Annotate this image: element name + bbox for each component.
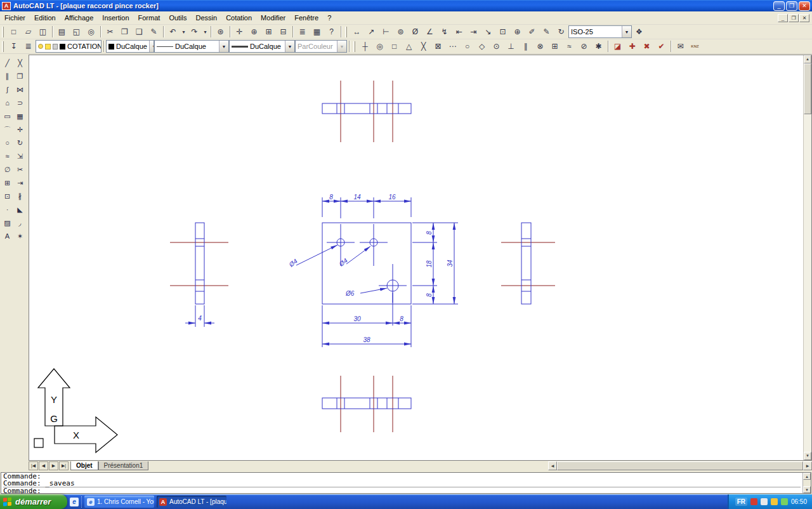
dimension-update-icon[interactable]: ↻: [554, 25, 568, 39]
language-indicator[interactable]: FR: [735, 498, 747, 506]
properties-icon[interactable]: ≣: [295, 25, 310, 39]
make-block-icon[interactable]: ⊡: [1, 190, 13, 202]
layers-icon[interactable]: ≣: [21, 40, 36, 53]
command-window[interactable]: Commande:Commande: _saveasCommande: ▲ ▼: [1, 472, 811, 494]
command-scrollbar[interactable]: ▲ ▼: [802, 473, 811, 493]
extend-icon[interactable]: ⇥: [14, 176, 26, 189]
radius-dimension-icon[interactable]: ⊚: [393, 25, 408, 39]
tray-icon-1[interactable]: [750, 498, 757, 505]
spline-icon[interactable]: ≈: [1, 150, 13, 162]
menu-item[interactable]: Dessin: [192, 13, 222, 23]
snap-insert-icon[interactable]: ⊞: [547, 40, 562, 53]
tab-model[interactable]: Objet: [70, 461, 98, 470]
snap-parallel-icon[interactable]: ∥: [518, 40, 533, 53]
cut-icon[interactable]: ✂: [103, 25, 117, 39]
center-mark-icon[interactable]: ⊕: [510, 25, 525, 39]
linear-dimension-icon[interactable]: ↔: [350, 25, 364, 39]
tab-prev-button[interactable]: ◀: [39, 461, 48, 470]
mdi-close-button[interactable]: ✕: [799, 14, 809, 22]
tray-icon-3[interactable]: [771, 498, 778, 505]
taskbar-task-autocad[interactable]: A AutoCAD LT - [plaque...: [157, 496, 226, 508]
snap-apparent-intersection-icon[interactable]: ⊠: [431, 40, 445, 53]
new-icon[interactable]: □: [6, 25, 21, 39]
mdi-minimize-button[interactable]: _: [778, 14, 788, 22]
angular-dimension-icon[interactable]: ∠: [422, 25, 437, 39]
save-icon[interactable]: ◫: [36, 25, 50, 39]
scroll-right-button[interactable]: ▶: [803, 461, 812, 470]
dimension-style-icon[interactable]: ❖: [632, 25, 646, 39]
horizontal-scrollbar[interactable]: ◀ ▶: [548, 461, 812, 470]
dimension-style-combo[interactable]: ISO-25 ▼: [568, 25, 632, 38]
osnap-settings-icon[interactable]: ✱: [591, 40, 606, 53]
print-icon[interactable]: ▤: [55, 25, 69, 39]
zoom-realtime-icon[interactable]: ⊕: [247, 25, 261, 39]
ordinate-dimension-icon[interactable]: ⊢: [379, 25, 393, 39]
snap-extension-icon[interactable]: ⋯: [445, 40, 460, 53]
insert-hyperlink-icon[interactable]: ⊛: [213, 25, 228, 39]
scrollbar-thumb[interactable]: [557, 461, 803, 470]
tab-next-button[interactable]: ▶: [49, 461, 58, 470]
menu-item[interactable]: Affichage: [60, 13, 98, 23]
snap-midpoint-icon[interactable]: △: [402, 40, 416, 53]
tab-last-button[interactable]: ▶|: [59, 461, 69, 470]
snap-node-icon[interactable]: ⊗: [533, 40, 547, 53]
tolerance-icon[interactable]: ⊡: [495, 25, 510, 39]
menu-item[interactable]: Fichier: [0, 13, 30, 23]
scroll-up-button[interactable]: ▲: [804, 55, 811, 63]
erase-icon[interactable]: ╳: [14, 56, 26, 69]
refset-add-icon[interactable]: ✚: [625, 40, 639, 53]
make-object-layer-current-icon[interactable]: ↧: [6, 40, 21, 53]
model-space[interactable]: 4: [29, 55, 803, 460]
designcenter-icon[interactable]: ▦: [310, 25, 324, 39]
diameter-dimension-icon[interactable]: Ø: [408, 25, 422, 39]
scroll-down-button[interactable]: ▼: [803, 486, 811, 493]
refset-remove-icon[interactable]: ✖: [639, 40, 654, 53]
pan-realtime-icon[interactable]: ✛: [232, 25, 247, 39]
tray-icon-2[interactable]: [761, 498, 768, 505]
menu-item[interactable]: ?: [323, 13, 336, 23]
layer-combo[interactable]: COTATION ▼: [36, 40, 102, 53]
menu-item[interactable]: Outils: [164, 13, 191, 23]
continue-dimension-icon[interactable]: ⇥: [466, 25, 481, 39]
zoom-window-icon[interactable]: ⊞: [261, 25, 276, 39]
dropdown-arrow-icon[interactable]: ▼: [285, 41, 294, 52]
toolbar-grip[interactable]: [345, 27, 347, 37]
vertical-scrollbar[interactable]: ▲ ▼: [803, 55, 811, 460]
dropdown-arrow-icon[interactable]: ▼: [622, 26, 631, 37]
scrollbar-track[interactable]: [557, 461, 803, 470]
help-icon[interactable]: ?: [324, 25, 339, 39]
copy-icon[interactable]: ❐: [117, 25, 132, 39]
scroll-up-button[interactable]: ▲: [803, 473, 811, 480]
break-icon[interactable]: ∦: [14, 190, 26, 202]
tab-first-button[interactable]: |◀: [29, 461, 38, 470]
polyline-icon[interactable]: ∫: [1, 83, 13, 96]
dropdown-arrow-icon[interactable]: ▼: [149, 41, 154, 52]
menu-item[interactable]: Insertion: [98, 13, 133, 23]
menu-item[interactable]: Cotation: [221, 13, 256, 23]
offset-icon[interactable]: ⊃: [14, 96, 26, 109]
linetype-combo[interactable]: DuCalque ▼: [154, 40, 229, 53]
menu-item[interactable]: Fenêtre: [290, 13, 323, 23]
layer-lock-icon[interactable]: [53, 44, 58, 50]
circle-icon[interactable]: ○: [1, 136, 13, 149]
toolbar-grip[interactable]: [353, 41, 355, 52]
hatch-icon[interactable]: ▨: [1, 216, 13, 229]
tab-layout1[interactable]: Présentation1: [98, 461, 149, 470]
maximize-button[interactable]: ❐: [786, 1, 797, 11]
quick-leader-icon[interactable]: ↘: [481, 25, 495, 39]
ellipse-icon[interactable]: ∅: [1, 163, 13, 176]
start-button[interactable]: démarrer: [0, 494, 67, 509]
redo-icon[interactable]: ↷: [187, 25, 202, 39]
find-icon[interactable]: ◎: [84, 25, 98, 39]
fillet-icon[interactable]: ◞: [14, 216, 26, 229]
scale-icon[interactable]: ⇲: [14, 150, 26, 162]
dimension-edit-icon[interactable]: ✐: [525, 25, 539, 39]
snap-quadrant-icon[interactable]: ◇: [475, 40, 489, 53]
taskbar-task-chris-cornell[interactable]: e 1. Chris Cornell - You ...: [84, 496, 154, 508]
temporary-tracking-icon[interactable]: ┼: [358, 40, 372, 53]
snap-intersection-icon[interactable]: ╳: [416, 40, 431, 53]
quick-dimension-icon[interactable]: ↯: [437, 25, 452, 39]
tray-icon-4[interactable]: [781, 498, 788, 505]
redo-list-icon[interactable]: ▾: [202, 25, 209, 39]
multiline-text-icon[interactable]: A: [1, 230, 13, 242]
